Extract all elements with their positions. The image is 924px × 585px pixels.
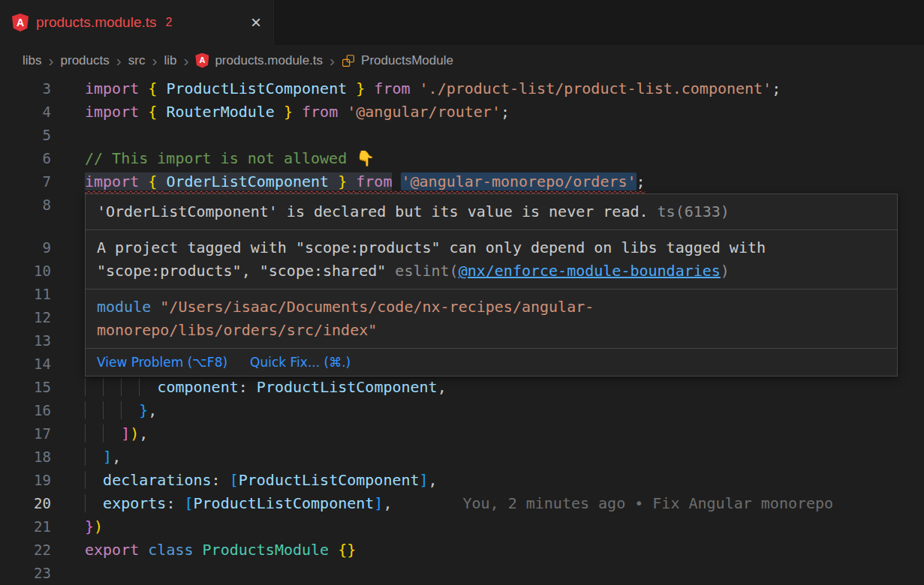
tab-bar: A products.module.ts 2 × (0, 0, 924, 45)
code-token: export (85, 541, 148, 559)
code-line-content[interactable]: export class ProductsModule {} (51, 538, 356, 562)
code-token: [ (184, 494, 193, 512)
hover-text-line: monorepo/libs/orders/src/index" (97, 319, 886, 342)
code-token (85, 401, 103, 419)
code-token (85, 378, 103, 396)
code-line-content[interactable] (51, 329, 85, 352)
code-token: 'OrderListComponent' is declared but its… (97, 202, 649, 220)
hover-section-eslint-diagnostic: A project tagged with "scope:products" c… (86, 230, 897, 289)
hover-section-module-info: module "/Users/isaac/Documents/code/nx-r… (86, 289, 897, 348)
line-number: 20 (0, 492, 51, 515)
code-line-content[interactable] (51, 124, 85, 147)
code-line-6[interactable]: 6// This import is not allowed 👇 (0, 147, 924, 170)
code-line-20[interactable]: 20 exports: [ProductListComponent],You, … (0, 492, 924, 515)
line-number: 15 (0, 376, 51, 399)
code-token (85, 471, 103, 489)
code-editor[interactable]: 3import { ProductListComponent } from '.… (0, 76, 924, 585)
code-token: ; (637, 172, 646, 190)
chevron-right-icon: › (49, 52, 54, 68)
breadcrumb-item-products-module-ts[interactable]: Aproducts.module.ts (195, 53, 323, 68)
breadcrumb-item-productsmodule[interactable]: ProductsModule (342, 53, 453, 68)
code-token: '@angular-monorepo/orders' (401, 172, 636, 190)
line-number: 18 (0, 446, 51, 469)
code-line-content[interactable]: component: ProductListComponent, (51, 376, 447, 399)
breadcrumb-label: libs (23, 53, 42, 68)
chevron-right-icon: › (152, 52, 157, 68)
tab-products-module-ts[interactable]: A products.module.ts 2 × (0, 0, 274, 45)
code-token: module (97, 298, 160, 316)
code-line-23[interactable]: 23 (0, 562, 924, 585)
code-line-4[interactable]: 4import { RouterModule } from '@angular/… (0, 100, 924, 124)
line-number: 22 (0, 538, 51, 562)
line-number: 7 (0, 170, 51, 194)
chevron-right-icon: › (330, 52, 335, 68)
quick-fix-button[interactable]: Quick Fix... (⌘.) (250, 354, 351, 370)
code-token: } (275, 103, 302, 121)
code-line-7[interactable]: 7import { OrderListComponent } from '@an… (0, 170, 924, 194)
code-token: , (429, 471, 438, 489)
line-number: 11 (0, 283, 51, 306)
code-line-content[interactable]: import { RouterModule } from '@angular/r… (51, 100, 510, 124)
code-line-22[interactable]: 22export class ProductsModule {} (0, 538, 924, 562)
code-line-content[interactable]: ], (51, 446, 121, 469)
code-line-content[interactable]: ]), (51, 422, 148, 446)
code-line-content[interactable]: // This import is not allowed 👇 (51, 147, 375, 170)
code-line-content[interactable]: exports: [ProductListComponent],You, 2 m… (51, 492, 833, 515)
view-problem-button[interactable]: View Problem (⌥F8) (97, 354, 227, 370)
code-line-19[interactable]: 19 declarations: [ProductListComponent], (0, 469, 924, 492)
code-token: "scope:products", "scope:shared" (97, 262, 395, 280)
code-token: : (239, 378, 257, 396)
code-line-17[interactable]: 17 ]), (0, 422, 924, 446)
code-token (103, 401, 121, 419)
code-line-content[interactable] (51, 352, 85, 376)
close-icon[interactable]: × (251, 14, 261, 32)
git-blame-annotation: You, 2 minutes ago • Fix Angular monorep… (392, 494, 833, 512)
hover-action-bar: View Problem (⌥F8)Quick Fix... (⌘.) (86, 348, 897, 376)
angular-icon: A (195, 53, 209, 68)
code-token: ProductListComponent (194, 494, 375, 512)
code-line-content[interactable] (51, 283, 85, 306)
line-number: 3 (0, 77, 51, 100)
hover-text-line: A project tagged with "scope:products" c… (97, 236, 886, 260)
code-token: component (157, 378, 238, 396)
code-token: A project tagged with "scope:products" c… (97, 238, 766, 256)
code-token: } (329, 172, 356, 190)
code-line-content[interactable]: import { ProductListComponent } from './… (51, 77, 781, 100)
code-line-content[interactable] (51, 236, 85, 260)
code-line-18[interactable]: 18 ], (0, 446, 924, 469)
line-number: 23 (0, 562, 51, 585)
code-token: ProductListComponent (239, 471, 420, 489)
code-token (392, 172, 401, 190)
line-number: 6 (0, 147, 51, 170)
code-token: 👇 (356, 149, 375, 167)
code-line-16[interactable]: 16 }, (0, 399, 924, 422)
code-token: ts(6133) (649, 202, 730, 220)
code-line-content[interactable]: }, (51, 399, 157, 422)
tab-problem-count-badge: 2 (166, 16, 173, 29)
line-number: 9 (0, 236, 51, 260)
line-number: 21 (0, 515, 51, 538)
breadcrumb-item-lib[interactable]: lib (164, 53, 176, 68)
breadcrumb-item-src[interactable]: src (128, 53, 146, 68)
code-line-content[interactable] (51, 260, 85, 283)
code-line-5[interactable]: 5 (0, 124, 924, 147)
code-line-15[interactable]: 15 component: ProductListComponent, (0, 376, 924, 399)
code-line-content[interactable]: declarations: [ProductListComponent], (51, 469, 438, 492)
code-token (85, 448, 103, 466)
code-line-content[interactable]: }) (51, 515, 103, 538)
breadcrumb-item-libs[interactable]: libs (23, 53, 42, 68)
code-line-content[interactable] (51, 194, 85, 217)
chevron-right-icon: › (116, 52, 122, 68)
code-line-21[interactable]: 21}) (0, 515, 924, 538)
code-token (103, 424, 121, 442)
code-line-3[interactable]: 3import { ProductListComponent } from '.… (0, 77, 924, 100)
code-token: : (212, 471, 230, 489)
code-token: ; (501, 103, 510, 121)
code-line-content[interactable]: import { OrderListComponent } from '@ang… (51, 170, 646, 194)
code-line-content[interactable] (51, 306, 85, 329)
code-line-content[interactable] (51, 562, 85, 585)
breadcrumb-item-products[interactable]: products (61, 53, 110, 68)
eslint-rule-link[interactable]: @nx/enforce-module-boundaries (459, 262, 721, 280)
code-token: ; (772, 80, 781, 98)
code-token: ProductsModule (203, 541, 339, 559)
